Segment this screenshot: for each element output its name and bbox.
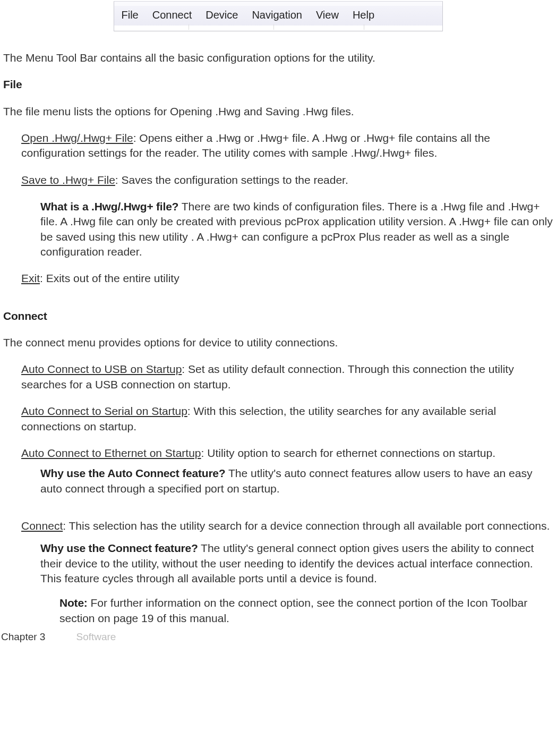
file-save-label: Save to .Hwg+ File xyxy=(21,174,115,186)
connect-note: Note: For further information on the con… xyxy=(59,596,553,626)
file-save-desc: : Saves the configuration settings to th… xyxy=(115,174,348,186)
connect-eth: Auto Connect to Ethernet on Startup: Uti… xyxy=(21,446,553,461)
connect-connect-label: Connect xyxy=(21,520,63,532)
file-what: What is a .Hwg/.Hwg+ file? There are two… xyxy=(40,199,553,259)
page-footer: Chapter 3 Software xyxy=(0,628,556,644)
connect-intro: The connect menu provides options for de… xyxy=(3,335,553,350)
menu-view[interactable]: View xyxy=(316,8,339,22)
menubar: File Connect Device Navigation View Help xyxy=(114,1,443,31)
file-open-label: Open .Hwg/.Hwg+ File xyxy=(21,132,133,144)
section-heading-connect: Connect xyxy=(3,309,553,324)
section-heading-file: File xyxy=(3,77,553,92)
connect-note-desc: For further information on the connect o… xyxy=(59,597,527,624)
file-intro: The file menu lists the options for Open… xyxy=(3,104,553,119)
menu-device[interactable]: Device xyxy=(206,8,238,22)
connect-usb-label: Auto Connect to USB on Startup xyxy=(21,363,182,375)
file-exit: Exit: Exits out of the entire utility xyxy=(21,271,553,286)
file-what-label: What is a .Hwg/.Hwg+ file? xyxy=(40,200,178,213)
menubar-ruler xyxy=(114,26,442,31)
connect-usb: Auto Connect to USB on Startup: Set as u… xyxy=(21,362,553,392)
document-body: The Menu Tool Bar contains all the basic… xyxy=(0,50,556,626)
connect-connect: Connect: This selection has the utility … xyxy=(21,519,553,533)
file-save: Save to .Hwg+ File: Saves the configurat… xyxy=(21,173,553,188)
intro-paragraph: The Menu Tool Bar contains all the basic… xyxy=(3,50,553,65)
connect-serial-label: Auto Connect to Serial on Startup xyxy=(21,405,187,417)
connect-note-label: Note: xyxy=(59,597,88,609)
menubar-image: File Connect Device Navigation View Help xyxy=(0,1,556,31)
file-exit-label: Exit xyxy=(21,272,40,284)
connect-why-auto-label: Why use the Auto Connect feature? xyxy=(40,467,225,479)
file-open: Open .Hwg/.Hwg+ File: Opens either a .Hw… xyxy=(21,131,553,161)
connect-why-auto: Why use the Auto Connect feature? The ut… xyxy=(40,466,553,496)
menubar-row: File Connect Device Navigation View Help xyxy=(114,2,442,26)
connect-eth-desc: : Utility option to search for ethernet … xyxy=(201,447,495,459)
connect-why-connect-label: Why use the Connect feature? xyxy=(40,542,198,554)
menu-connect[interactable]: Connect xyxy=(152,8,192,22)
connect-connect-desc: : This selection has the utility search … xyxy=(63,520,550,532)
menu-navigation[interactable]: Navigation xyxy=(252,8,302,22)
connect-why-connect: Why use the Connect feature? The utlity'… xyxy=(40,541,553,586)
menu-file[interactable]: File xyxy=(122,8,139,22)
footer-section: Software xyxy=(76,630,116,644)
footer-chapter: Chapter 3 xyxy=(1,630,45,644)
file-exit-desc: : Exits out of the entire utility xyxy=(40,272,179,284)
connect-eth-label: Auto Connect to Ethernet on Startup xyxy=(21,447,201,459)
connect-serial: Auto Connect to Serial on Startup: With … xyxy=(21,404,553,434)
menu-help[interactable]: Help xyxy=(353,8,374,22)
